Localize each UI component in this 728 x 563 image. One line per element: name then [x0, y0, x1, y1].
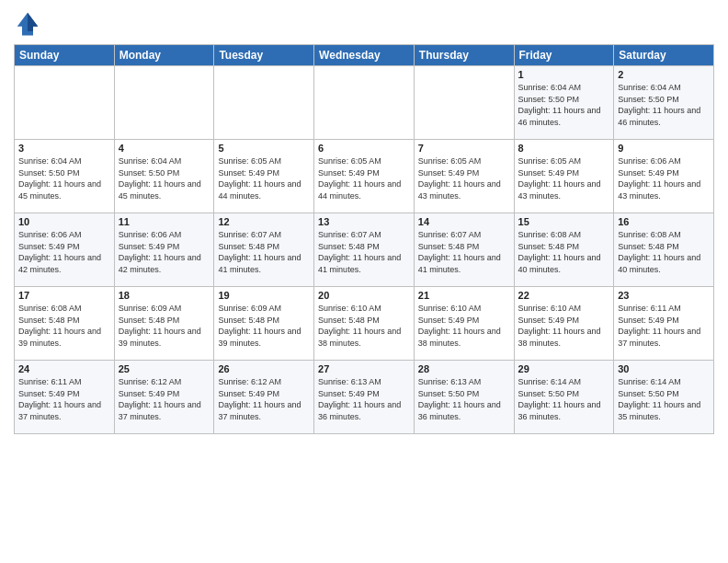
day-info: Sunrise: 6:10 AM Sunset: 5:49 PM Dayligh…	[418, 303, 510, 349]
day-info: Sunrise: 6:06 AM Sunset: 5:49 PM Dayligh…	[618, 155, 710, 201]
day-number: 13	[318, 216, 410, 227]
calendar-cell: 20Sunrise: 6:10 AM Sunset: 5:48 PM Dayli…	[314, 287, 415, 361]
day-info: Sunrise: 6:12 AM Sunset: 5:49 PM Dayligh…	[218, 376, 310, 422]
calendar-cell: 27Sunrise: 6:13 AM Sunset: 5:49 PM Dayli…	[314, 361, 415, 434]
day-info: Sunrise: 6:08 AM Sunset: 5:48 PM Dayligh…	[618, 229, 710, 275]
calendar-week-row: 3Sunrise: 6:04 AM Sunset: 5:50 PM Daylig…	[15, 140, 714, 213]
day-info: Sunrise: 6:11 AM Sunset: 5:49 PM Dayligh…	[618, 303, 710, 349]
header	[14, 9, 714, 37]
calendar-day-header: Saturday	[614, 45, 714, 66]
calendar-header-row: SundayMondayTuesdayWednesdayThursdayFrid…	[15, 45, 714, 66]
calendar-cell: 13Sunrise: 6:07 AM Sunset: 5:48 PM Dayli…	[314, 213, 415, 287]
calendar-cell: 17Sunrise: 6:08 AM Sunset: 5:48 PM Dayli…	[15, 287, 115, 361]
calendar-cell: 25Sunrise: 6:12 AM Sunset: 5:49 PM Dayli…	[114, 361, 214, 434]
day-number: 20	[318, 290, 410, 301]
calendar-cell: 29Sunrise: 6:14 AM Sunset: 5:50 PM Dayli…	[514, 361, 614, 434]
day-number: 14	[418, 216, 510, 227]
day-info: Sunrise: 6:07 AM Sunset: 5:48 PM Dayligh…	[418, 229, 510, 275]
logo-icon	[14, 9, 41, 37]
day-info: Sunrise: 6:10 AM Sunset: 5:49 PM Dayligh…	[518, 303, 610, 349]
day-info: Sunrise: 6:04 AM Sunset: 5:50 PM Dayligh…	[518, 82, 610, 128]
calendar-cell: 21Sunrise: 6:10 AM Sunset: 5:49 PM Dayli…	[414, 287, 514, 361]
calendar-cell	[414, 66, 514, 140]
calendar-cell: 28Sunrise: 6:13 AM Sunset: 5:50 PM Dayli…	[414, 361, 514, 434]
calendar-cell: 4Sunrise: 6:04 AM Sunset: 5:50 PM Daylig…	[114, 140, 214, 213]
calendar-cell: 7Sunrise: 6:05 AM Sunset: 5:49 PM Daylig…	[414, 140, 514, 213]
day-info: Sunrise: 6:07 AM Sunset: 5:48 PM Dayligh…	[218, 229, 310, 275]
day-number: 6	[318, 143, 410, 154]
day-number: 18	[119, 290, 210, 301]
calendar-cell: 22Sunrise: 6:10 AM Sunset: 5:49 PM Dayli…	[514, 287, 614, 361]
day-number: 2	[618, 69, 710, 80]
day-number: 7	[418, 143, 510, 154]
calendar-week-row: 24Sunrise: 6:11 AM Sunset: 5:49 PM Dayli…	[15, 361, 714, 434]
day-number: 25	[119, 363, 210, 374]
calendar-cell: 16Sunrise: 6:08 AM Sunset: 5:48 PM Dayli…	[614, 213, 714, 287]
day-number: 29	[518, 363, 610, 374]
calendar-cell: 11Sunrise: 6:06 AM Sunset: 5:49 PM Dayli…	[114, 213, 214, 287]
calendar-cell: 26Sunrise: 6:12 AM Sunset: 5:49 PM Dayli…	[214, 361, 314, 434]
day-number: 23	[618, 290, 710, 301]
calendar-cell: 30Sunrise: 6:14 AM Sunset: 5:50 PM Dayli…	[614, 361, 714, 434]
calendar-cell: 19Sunrise: 6:09 AM Sunset: 5:48 PM Dayli…	[214, 287, 314, 361]
day-number: 24	[18, 363, 110, 374]
calendar-cell	[214, 66, 314, 140]
day-number: 5	[218, 143, 310, 154]
day-number: 9	[618, 143, 710, 154]
logo	[14, 9, 45, 37]
day-number: 17	[18, 290, 110, 301]
day-info: Sunrise: 6:08 AM Sunset: 5:48 PM Dayligh…	[518, 229, 610, 275]
calendar-day-header: Monday	[114, 45, 214, 66]
calendar-cell: 6Sunrise: 6:05 AM Sunset: 5:49 PM Daylig…	[314, 140, 415, 213]
day-info: Sunrise: 6:05 AM Sunset: 5:49 PM Dayligh…	[518, 155, 610, 201]
day-info: Sunrise: 6:14 AM Sunset: 5:50 PM Dayligh…	[618, 376, 710, 422]
day-info: Sunrise: 6:06 AM Sunset: 5:49 PM Dayligh…	[119, 229, 210, 275]
calendar-cell: 2Sunrise: 6:04 AM Sunset: 5:50 PM Daylig…	[614, 66, 714, 140]
calendar-day-header: Wednesday	[314, 45, 415, 66]
day-number: 27	[318, 363, 410, 374]
calendar-cell: 1Sunrise: 6:04 AM Sunset: 5:50 PM Daylig…	[514, 66, 614, 140]
day-number: 8	[518, 143, 610, 154]
calendar-cell: 9Sunrise: 6:06 AM Sunset: 5:49 PM Daylig…	[614, 140, 714, 213]
day-info: Sunrise: 6:04 AM Sunset: 5:50 PM Dayligh…	[18, 155, 110, 201]
calendar-cell: 18Sunrise: 6:09 AM Sunset: 5:48 PM Dayli…	[114, 287, 214, 361]
calendar-cell: 3Sunrise: 6:04 AM Sunset: 5:50 PM Daylig…	[15, 140, 115, 213]
day-number: 15	[518, 216, 610, 227]
day-info: Sunrise: 6:11 AM Sunset: 5:49 PM Dayligh…	[18, 376, 110, 422]
day-number: 21	[418, 290, 510, 301]
calendar-cell: 15Sunrise: 6:08 AM Sunset: 5:48 PM Dayli…	[514, 213, 614, 287]
svg-marker-1	[28, 13, 38, 31]
day-number: 19	[218, 290, 310, 301]
day-number: 28	[418, 363, 510, 374]
calendar-day-header: Tuesday	[214, 45, 314, 66]
day-info: Sunrise: 6:12 AM Sunset: 5:49 PM Dayligh…	[119, 376, 210, 422]
day-number: 26	[218, 363, 310, 374]
day-number: 1	[518, 69, 610, 80]
calendar-week-row: 17Sunrise: 6:08 AM Sunset: 5:48 PM Dayli…	[15, 287, 714, 361]
day-info: Sunrise: 6:14 AM Sunset: 5:50 PM Dayligh…	[518, 376, 610, 422]
calendar-day-header: Sunday	[15, 45, 115, 66]
day-info: Sunrise: 6:06 AM Sunset: 5:49 PM Dayligh…	[18, 229, 110, 275]
day-info: Sunrise: 6:13 AM Sunset: 5:50 PM Dayligh…	[418, 376, 510, 422]
calendar-cell	[15, 66, 115, 140]
calendar-cell	[314, 66, 415, 140]
calendar-cell: 23Sunrise: 6:11 AM Sunset: 5:49 PM Dayli…	[614, 287, 714, 361]
day-info: Sunrise: 6:04 AM Sunset: 5:50 PM Dayligh…	[618, 82, 710, 128]
page: SundayMondayTuesdayWednesdayThursdayFrid…	[0, 0, 728, 563]
calendar-week-row: 1Sunrise: 6:04 AM Sunset: 5:50 PM Daylig…	[15, 66, 714, 140]
day-number: 22	[518, 290, 610, 301]
day-number: 4	[119, 143, 210, 154]
calendar-table: SundayMondayTuesdayWednesdayThursdayFrid…	[14, 44, 714, 434]
day-number: 11	[119, 216, 210, 227]
calendar-cell: 5Sunrise: 6:05 AM Sunset: 5:49 PM Daylig…	[214, 140, 314, 213]
calendar-cell: 14Sunrise: 6:07 AM Sunset: 5:48 PM Dayli…	[414, 213, 514, 287]
day-number: 10	[18, 216, 110, 227]
calendar-week-row: 10Sunrise: 6:06 AM Sunset: 5:49 PM Dayli…	[15, 213, 714, 287]
calendar-cell	[114, 66, 214, 140]
calendar-day-header: Thursday	[414, 45, 514, 66]
calendar-cell: 8Sunrise: 6:05 AM Sunset: 5:49 PM Daylig…	[514, 140, 614, 213]
day-info: Sunrise: 6:05 AM Sunset: 5:49 PM Dayligh…	[218, 155, 310, 201]
day-info: Sunrise: 6:04 AM Sunset: 5:50 PM Dayligh…	[119, 155, 210, 201]
day-info: Sunrise: 6:08 AM Sunset: 5:48 PM Dayligh…	[18, 303, 110, 349]
day-number: 3	[18, 143, 110, 154]
